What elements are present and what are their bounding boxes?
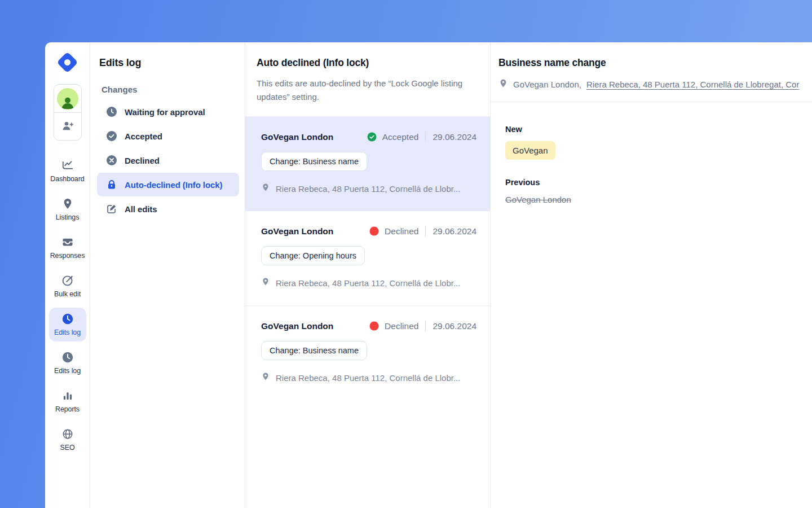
- sidebar-label: Reports: [55, 405, 80, 413]
- inbox-icon: [61, 235, 74, 249]
- map-pin-icon: [498, 78, 508, 90]
- change-type-chip: Change: Business name: [261, 152, 367, 171]
- clock-circle-icon: [106, 106, 117, 117]
- filter-all-edits[interactable]: All edits: [97, 197, 239, 221]
- line-chart-icon: [61, 159, 74, 172]
- check-circle-icon: [106, 130, 117, 142]
- sidebar-label: Listings: [56, 213, 80, 221]
- edit-date: 29.06.2024: [433, 226, 476, 237]
- status-text: Declined: [385, 226, 418, 237]
- status-group: Accepted 29.06.2024: [367, 132, 476, 142]
- filter-accepted[interactable]: Accepted: [97, 124, 239, 148]
- sidebar-item-edits-log[interactable]: Edits log: [49, 308, 86, 341]
- add-user-button[interactable]: [54, 112, 81, 140]
- globe-icon: [61, 427, 74, 441]
- sidebar-item-listings[interactable]: Listings: [49, 192, 86, 226]
- status-text: Accepted: [382, 132, 419, 142]
- previous-label: Previous: [505, 178, 797, 187]
- edit-card-list: GoVegan London Accepted 29.06.2024 Chang…: [245, 116, 490, 400]
- check-circle-icon: [367, 132, 377, 142]
- clock-icon: [61, 351, 74, 364]
- change-type-chip: Change: Business name: [261, 341, 367, 360]
- status-group: Declined 29.06.2024: [369, 226, 476, 237]
- filter-label: All edits: [125, 204, 157, 214]
- panel-title: Edits log: [99, 57, 245, 69]
- list-panel-title: Auto declined (Info lock): [257, 57, 476, 69]
- status-group: Declined 29.06.2024: [369, 321, 476, 331]
- sidebar-item-reports[interactable]: Reports: [49, 384, 86, 418]
- lock-icon: [106, 179, 117, 190]
- sidebar-label: Bulk edit: [54, 290, 81, 298]
- business-name: GoVegan London: [261, 132, 333, 142]
- clock-icon: [61, 312, 74, 326]
- edit-card[interactable]: GoVegan London Declined 29.06.2024 Chang…: [245, 306, 490, 400]
- detail-header: Business name change GoVegan London, Rie…: [491, 42, 812, 102]
- address-text: Riera Rebeca, 48 Puerta 112, Cornellá de…: [276, 278, 460, 288]
- filter-label: Declined: [125, 156, 160, 165]
- edits-log-panel: Edits log Changes Waiting for approval A…: [90, 42, 245, 508]
- auto-declined-list-panel: Auto declined (Info lock) This edits are…: [245, 42, 491, 508]
- detail-title: Business name change: [498, 57, 812, 69]
- app-logo[interactable]: [57, 51, 78, 73]
- business-name: GoVegan London: [261, 321, 333, 331]
- sidebar-label: SEO: [60, 444, 74, 452]
- filter-declined[interactable]: Declined: [97, 148, 239, 172]
- sidebar-label: Responses: [50, 252, 85, 260]
- edit-card[interactable]: GoVegan London Declined 29.06.2024 Chang…: [245, 211, 490, 306]
- separator: [425, 321, 426, 331]
- filter-label: Accepted: [125, 132, 162, 141]
- change-type-chip: Change: Opening hours: [261, 246, 365, 265]
- new-label: New: [505, 125, 797, 134]
- sidebar-item-seo[interactable]: SEO: [49, 423, 86, 457]
- bar-chart-icon: [61, 389, 74, 402]
- edit-square-icon: [106, 203, 117, 214]
- location-address-link[interactable]: Riera Rebeca, 48 Puerta 112, Cornellá de…: [586, 80, 799, 89]
- logo-diamond-icon: [56, 51, 78, 73]
- profile-group: [54, 84, 82, 141]
- new-value-highlight: GoVegan: [505, 141, 555, 160]
- sidebar-item-bulk-edit[interactable]: Bulk edit: [49, 269, 86, 303]
- separator: [425, 132, 426, 142]
- avatar-person-icon: [57, 88, 78, 110]
- sidebar-item-edits-log-2[interactable]: Edits log: [49, 346, 86, 380]
- x-circle-icon: [106, 155, 117, 166]
- separator: [425, 226, 426, 237]
- red-dot-icon: [369, 226, 379, 236]
- previous-value-strikethrough: GoVegan London: [505, 195, 797, 204]
- primary-nav: Dashboard Listings Responses: [49, 154, 86, 461]
- filter-label: Waiting for approval: [125, 107, 205, 117]
- app-window: Dashboard Listings Responses: [45, 42, 812, 508]
- location-name: GoVegan London,: [513, 80, 581, 89]
- red-dot-icon: [369, 321, 379, 331]
- map-pin-icon: [61, 197, 74, 211]
- change-detail-panel: Business name change GoVegan London, Rie…: [491, 42, 812, 508]
- map-pin-icon: [261, 183, 270, 194]
- filter-label: Auto-declined (Info lock): [125, 180, 222, 190]
- sidebar-label: Edits log: [54, 367, 81, 375]
- add-user-icon: [61, 119, 74, 134]
- sidebar-item-responses[interactable]: Responses: [49, 231, 86, 265]
- filter-waiting-for-approval[interactable]: Waiting for approval: [97, 100, 239, 124]
- detail-body: New GoVegan Previous GoVegan London: [491, 102, 812, 204]
- icon-sidebar: Dashboard Listings Responses: [45, 42, 90, 508]
- business-name: GoVegan London: [261, 226, 333, 237]
- address-text: Riera Rebeca, 48 Puerta 112, Cornellá de…: [276, 184, 460, 194]
- sidebar-label: Dashboard: [50, 175, 84, 183]
- list-panel-description: This edits are auto-declined by the “Loc…: [257, 77, 476, 104]
- sidebar-label: Edits log: [54, 329, 81, 336]
- status-text: Declined: [385, 321, 418, 331]
- edit-date: 29.06.2024: [433, 132, 476, 142]
- sidebar-item-dashboard[interactable]: Dashboard: [49, 154, 86, 188]
- desktop-background: Dashboard Listings Responses: [0, 0, 812, 508]
- edit-card[interactable]: GoVegan London Accepted 29.06.2024 Chang…: [245, 117, 490, 211]
- map-pin-icon: [261, 372, 270, 383]
- changes-section-label: Changes: [102, 85, 245, 94]
- list-panel-header: Auto declined (Info lock) This edits are…: [245, 42, 490, 116]
- pencil-circle-icon: [61, 274, 74, 287]
- map-pin-icon: [261, 277, 270, 288]
- filter-auto-declined-info-lock[interactable]: Auto-declined (Info lock): [97, 173, 239, 196]
- edit-date: 29.06.2024: [433, 321, 476, 331]
- address-text: Riera Rebeca, 48 Puerta 112, Cornellá de…: [276, 373, 460, 383]
- user-avatar[interactable]: [54, 85, 81, 112]
